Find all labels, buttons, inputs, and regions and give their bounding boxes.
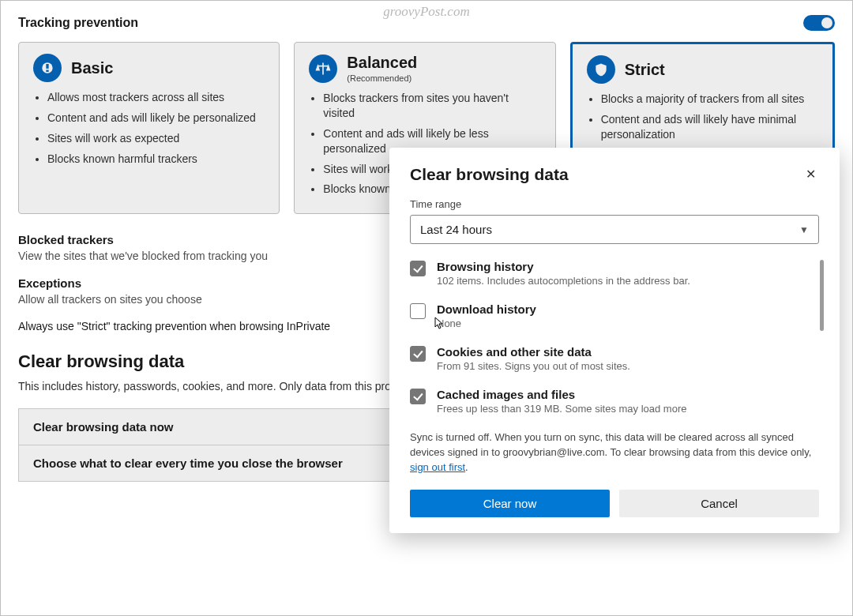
option-title: Browsing history	[437, 260, 690, 273]
card-bullet: Content and ads will likely be personali…	[47, 111, 265, 126]
option-sub: 102 items. Includes autocompletions in t…	[437, 275, 690, 287]
option-title: Cookies and other site data	[437, 345, 630, 359]
clear-now-button[interactable]: Clear now	[410, 490, 610, 517]
option-download-history: Download history None	[410, 302, 811, 329]
clear-browsing-data-dialog: Clear browsing data ✕ Time range Last 24…	[389, 148, 840, 533]
option-title: Download history	[437, 302, 536, 316]
option-sub: Frees up less than 319 MB. Some sites ma…	[437, 403, 686, 415]
watermark-text: groovyPost.com	[383, 4, 469, 20]
card-bullet: Allows most trackers across all sites	[47, 90, 265, 105]
dialog-title: Clear browsing data	[410, 165, 569, 184]
time-range-value: Last 24 hours	[420, 223, 492, 236]
basic-icon	[33, 54, 62, 82]
card-bullet: Blocks known harmful trackers	[47, 152, 265, 167]
card-bullet: Content and ads will likely have minimal…	[601, 112, 818, 142]
balanced-icon	[309, 54, 337, 83]
option-browsing-history: Browsing history 102 items. Includes aut…	[410, 260, 811, 287]
card-bullet: Blocks a majority of trackers from all s…	[601, 92, 818, 107]
card-title: Basic	[71, 59, 113, 77]
option-sub: From 91 sites. Signs you out of most sit…	[437, 360, 630, 372]
checkbox-cached[interactable]	[410, 389, 426, 404]
option-title: Cached images and files	[437, 388, 686, 401]
tracking-prevention-toggle[interactable]	[803, 15, 835, 31]
svg-rect-1	[46, 64, 48, 69]
tracking-prevention-title: Tracking prevention	[18, 16, 138, 30]
option-cookies: Cookies and other site data From 91 site…	[410, 345, 811, 372]
svg-rect-2	[46, 70, 48, 73]
option-sub: None	[437, 317, 536, 329]
card-title: Balanced	[347, 54, 417, 72]
card-title: Strict	[625, 61, 665, 79]
checkbox-cookies[interactable]	[410, 346, 426, 362]
option-cached: Cached images and files Frees up less th…	[410, 388, 811, 415]
close-icon[interactable]: ✕	[802, 165, 819, 183]
scrollbar-thumb[interactable]	[820, 260, 824, 331]
checkbox-browsing-history[interactable]	[410, 261, 426, 276]
chevron-down-icon: ▼	[799, 224, 809, 235]
card-basic[interactable]: Basic Allows most trackers across all si…	[18, 42, 280, 214]
card-subtitle: (Recommended)	[347, 73, 417, 83]
time-range-label: Time range	[410, 198, 819, 210]
sign-out-link[interactable]: sign out first	[410, 461, 465, 473]
sync-note: Sync is turned off. When you turn on syn…	[410, 430, 819, 475]
strict-icon	[587, 55, 615, 84]
checkbox-download-history[interactable]	[410, 303, 426, 319]
card-bullet: Blocks trackers from sites you haven't v…	[323, 91, 540, 121]
cancel-button[interactable]: Cancel	[619, 490, 819, 517]
card-bullet: Sites will work as expected	[47, 131, 265, 146]
time-range-select[interactable]: Last 24 hours ▼	[410, 215, 819, 244]
